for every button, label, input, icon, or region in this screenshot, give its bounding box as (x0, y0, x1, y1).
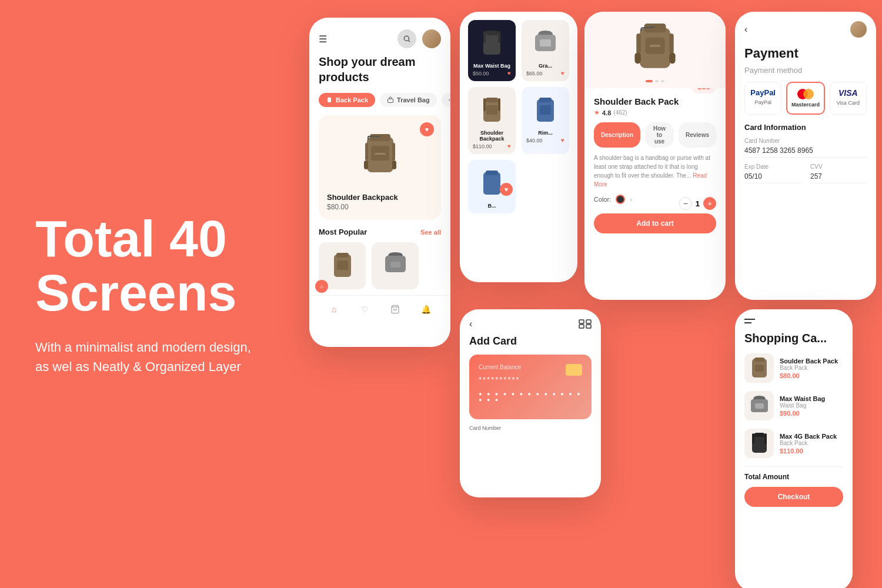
cart-item-info-2: Max Waist Bag Waist Bag $90.00 (780, 395, 843, 417)
heart-badge-5[interactable]: ♥ (500, 183, 513, 196)
exp-date-value[interactable]: 05/10 (744, 172, 801, 183)
tab-reviews[interactable]: Reviews (679, 122, 716, 148)
nav-home[interactable]: ⌂ (328, 303, 340, 316)
popular-item-1[interactable]: ⌂ (319, 242, 366, 289)
hero-dots (646, 80, 664, 82)
product-img-1 (473, 25, 511, 63)
svg-rect-17 (336, 253, 349, 258)
card-number-field-label: Card Number (460, 425, 601, 431)
product-card-2[interactable]: Gra... $65.00 ♥ (522, 20, 569, 81)
cart-item-info-1: Soulder Back Pack Back Pack $80.00 (780, 358, 843, 379)
home-icon: ⌂ (315, 280, 328, 293)
svg-rect-11 (392, 143, 395, 161)
svg-rect-59 (752, 433, 754, 444)
cart-menu-icon[interactable] (744, 319, 755, 323)
cart-total-section: Total Amount Checkout (744, 466, 843, 507)
heart-icon[interactable]: ♥ (420, 122, 434, 136)
svg-rect-29 (486, 98, 498, 102)
card-number-value[interactable]: 4587 1258 3265 8965 (744, 146, 867, 158)
tab-travelbag[interactable]: Travel Bag (380, 93, 437, 107)
paypal-icon: PayPal (750, 88, 776, 97)
quantity-selector: − 1 + (679, 197, 716, 210)
heart-1[interactable]: ♥ (507, 70, 511, 76)
product-card-5[interactable]: ♥ B... (468, 160, 516, 213)
add-card-title: Add Card (460, 335, 601, 355)
visa-method[interactable]: VISA Visa Card (830, 82, 867, 115)
svg-rect-7 (370, 134, 390, 141)
back-button[interactable]: ‹ (469, 319, 472, 329)
featured-product-name: Shoulder Backpack (327, 193, 433, 202)
paypal-method[interactable]: PayPal PayPal (744, 82, 781, 115)
bottom-nav: ⌂ ♡ 🔔 (309, 295, 450, 320)
featured-product-price: $80.00 (327, 203, 433, 211)
scan-icon (579, 319, 592, 329)
shop-title: Shop your dream products (309, 54, 450, 93)
svg-rect-36 (483, 172, 500, 195)
product-price-3: $110.00 (473, 143, 492, 149)
see-all-link[interactable]: See all (420, 229, 441, 236)
tab-howtouse[interactable]: How to use (645, 122, 674, 148)
description: With a minimalist and modern design, as … (35, 338, 268, 376)
payment-method-label: Payment method (744, 66, 867, 75)
svg-rect-32 (498, 98, 500, 111)
popular-title: Most Popular (319, 228, 367, 236)
credit-card-display: Current Balance ********** ● ● ● ● ● ● ●… (469, 355, 592, 419)
nav-heart[interactable]: ♡ (358, 303, 371, 316)
add-to-cart-button[interactable]: Add to cart (594, 213, 716, 233)
svg-rect-53 (754, 358, 764, 362)
tab-backpack[interactable]: Back Pack (319, 93, 375, 107)
qty-plus-button[interactable]: + (703, 197, 716, 210)
exp-date-label: Exp Date (744, 163, 801, 170)
svg-rect-51 (586, 325, 591, 328)
screen-shopping-cart: Shopping Ca... Soulder Back Pack Back Pa… (735, 309, 853, 588)
cart-item-1: Soulder Back Pack Back Pack $80.00 (744, 353, 843, 383)
card-info-title: Card Information (744, 123, 867, 132)
cvv-field: CVV 257 (810, 163, 867, 183)
svg-rect-2 (328, 98, 331, 102)
color-black[interactable] (616, 195, 625, 204)
dot-1 (646, 80, 653, 82)
product-large-image (629, 18, 681, 82)
popular-row: ⌂ (309, 242, 450, 289)
checkout-button[interactable]: Checkout (744, 487, 843, 507)
avatar[interactable] (422, 29, 441, 48)
dot-3 (661, 80, 664, 82)
tab-description[interactable]: Description (594, 122, 640, 148)
svg-line-47 (641, 28, 642, 32)
svg-line-1 (409, 41, 410, 42)
menu-icon[interactable]: ☰ (319, 34, 327, 45)
card-balance-label: Current Balance (479, 364, 582, 370)
product-tabs: Description How to use Reviews (594, 122, 716, 148)
svg-rect-49 (586, 320, 591, 323)
popular-item-2[interactable] (372, 242, 419, 289)
review-count: (462) (613, 109, 627, 116)
product-card-3[interactable]: Shoulder Backpack $110.00 ♥ (468, 87, 516, 154)
product-card-1[interactable]: Max Waist Bag $50.00 ♥ (468, 20, 516, 81)
payment-back-button[interactable]: ‹ (744, 24, 747, 35)
svg-rect-54 (755, 365, 764, 372)
screen-shop-home: ☰ Shop your dream products Back Pack Tra… (309, 18, 450, 347)
svg-rect-18 (337, 260, 348, 270)
tab-more[interactable]: ··· (442, 93, 450, 107)
svg-rect-60 (764, 433, 767, 444)
cvv-value[interactable]: 257 (810, 172, 867, 183)
category-tabs: Back Pack Travel Bag ··· (309, 93, 450, 115)
product-card-4[interactable]: Rim... $40.00 ♥ (522, 87, 569, 154)
svg-rect-22 (483, 32, 500, 55)
svg-rect-42 (636, 34, 641, 54)
right-column: ‹ Payment Payment method PayPal PayPal M… (735, 12, 876, 588)
mastercard-method[interactable]: Mastercard (786, 82, 824, 115)
svg-rect-5 (388, 99, 393, 103)
popular-section-header: Most Popular See all (309, 228, 450, 242)
svg-rect-45 (669, 52, 675, 64)
svg-rect-13 (392, 161, 396, 169)
product-rating: ★ 4.8 (462) (594, 109, 716, 116)
cart-title: Shopping Ca... (744, 332, 843, 345)
nav-bell[interactable]: 🔔 (419, 303, 432, 316)
product-name-1: Max Waist Bag (473, 63, 511, 69)
cart-item-info-3: Max 4G Back Pack Back Pack $110.00 (780, 433, 843, 455)
featured-card[interactable]: ♥ Shoulder Backpack $80.00 (319, 115, 441, 219)
qty-minus-button[interactable]: − (679, 197, 692, 210)
search-icon[interactable] (397, 29, 416, 48)
nav-bag[interactable] (389, 303, 402, 316)
